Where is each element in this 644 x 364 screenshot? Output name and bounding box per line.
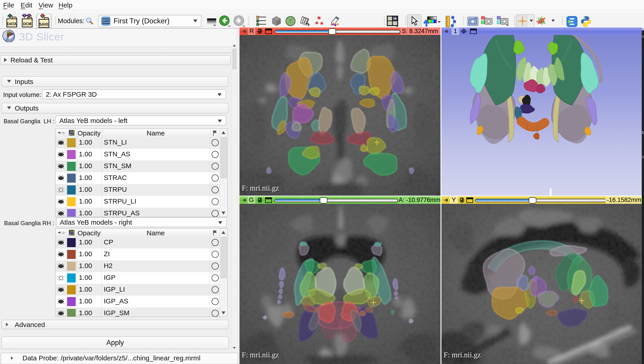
svg-text:Loadable: Loadable — [102, 20, 110, 22]
svg-text:Scripted: Scripted — [102, 18, 110, 20]
svg-text:DATA: DATA — [7, 22, 17, 26]
svg-text:SAVE: SAVE — [39, 23, 49, 26]
svg-text:Template: Template — [102, 22, 110, 25]
svg-text:DCM: DCM — [23, 22, 31, 26]
